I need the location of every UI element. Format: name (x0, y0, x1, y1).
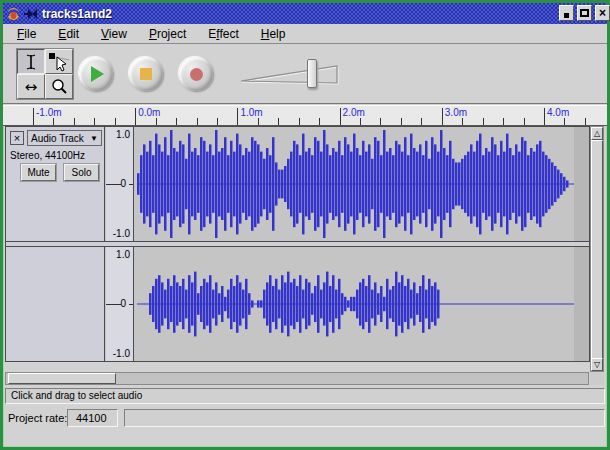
waveform-channel-1[interactable] (135, 127, 590, 241)
vertical-scrollbar[interactable]: △ ▽ (590, 126, 604, 372)
down-arrow-icon: ▽ (594, 360, 600, 369)
stop-button[interactable] (129, 57, 163, 91)
ruler-label: 1.0m (240, 107, 262, 118)
track-format-label: Stereo, 44100Hz (10, 150, 85, 161)
track-area: × Audio Track ▼ Stereo, 44100Hz Mute Sol… (5, 126, 590, 362)
ruler-minor-tick (217, 118, 218, 125)
ruler-minor-tick (197, 118, 198, 125)
scroll-up-button[interactable]: △ (591, 127, 603, 140)
scale-mid-label: 0 (120, 298, 126, 309)
track-close-button[interactable]: × (10, 131, 24, 145)
project-rate-label: Project rate: (8, 412, 67, 424)
minimize-icon (564, 13, 569, 18)
ruler-minor-tick (299, 118, 300, 125)
chevron-down-icon: ▼ (90, 134, 101, 143)
i-beam-icon (23, 53, 39, 71)
stop-icon (140, 68, 152, 80)
ruler-minor-tick (483, 118, 484, 125)
scale-bottom-label: -1.0 (113, 228, 130, 239)
after-clip-region (574, 247, 590, 361)
ruler-major-tick (544, 108, 545, 125)
play-icon (91, 66, 104, 82)
up-arrow-icon: △ (594, 129, 600, 138)
volume-slider-thumb[interactable] (307, 59, 317, 88)
play-button[interactable] (79, 57, 113, 91)
zero-dash (129, 304, 133, 305)
zero-line-tick (106, 184, 121, 185)
ruler-major-tick (33, 108, 34, 125)
audacity-window: tracks1and2 × FileEditViewProjectEffectH… (0, 0, 610, 450)
close-button[interactable]: × (595, 5, 610, 21)
menu-item-file[interactable]: File (9, 25, 44, 43)
status-bar: Click and drag to select audio (5, 388, 605, 404)
ruler-label: 2.0m (343, 107, 365, 118)
menu-bar: FileEditViewProjectEffectHelp (3, 24, 607, 44)
scale-bottom-label: -1.0 (113, 348, 130, 359)
mute-button[interactable]: Mute (21, 164, 56, 181)
menu-item-view[interactable]: View (93, 25, 135, 43)
scale-top-label: 1.0 (116, 249, 130, 260)
waveform-svg-ch2 (137, 247, 574, 361)
vertical-scale-ch1: 1.0 0 -1.0 (106, 127, 134, 241)
volume-slider-track[interactable] (240, 57, 340, 91)
ruler-minor-tick (380, 118, 381, 125)
track-menu-dropdown[interactable]: Audio Track ▼ (27, 130, 102, 146)
ruler-minor-tick (564, 118, 565, 125)
window-title: tracks1and2 (42, 7, 112, 21)
toolbar: ↔ (3, 45, 607, 104)
zoom-tool[interactable] (45, 74, 73, 99)
ruler-minor-tick (176, 118, 177, 125)
menu-item-project[interactable]: Project (141, 25, 194, 43)
ruler-minor-tick (360, 118, 361, 125)
time-shift-tool[interactable]: ↔ (17, 74, 45, 99)
ruler-minor-tick (319, 118, 320, 125)
waveform-channel-2[interactable] (135, 247, 590, 361)
ruler-minor-tick (258, 118, 259, 125)
maximize-icon (580, 9, 589, 17)
menu-item-help[interactable]: Help (253, 25, 294, 43)
title-bar[interactable]: tracks1and2 × (3, 3, 607, 24)
ruler-minor-tick (585, 118, 586, 125)
menu-item-edit[interactable]: Edit (50, 25, 87, 43)
ruler-major-tick (442, 108, 443, 125)
ruler-label: 4.0m (547, 107, 569, 118)
ruler-label: 3.0m (445, 107, 467, 118)
ruler-major-tick (237, 108, 238, 125)
double-arrow-icon: ↔ (25, 78, 38, 96)
menu-item-effect[interactable]: Effect (200, 25, 246, 43)
ruler-label: -1.0m (36, 107, 62, 118)
scale-top-label: 1.0 (116, 129, 130, 140)
horizontal-scrollbar[interactable] (5, 372, 589, 385)
minimize-button[interactable] (559, 5, 574, 21)
project-rate-value[interactable]: 44100 (67, 409, 118, 427)
scale-mid-label: 0 (120, 178, 126, 189)
zero-dash (129, 184, 133, 185)
zero-line-tick (106, 304, 121, 305)
waveform-svg-ch1 (137, 127, 574, 241)
vertical-scale-ch2: 1.0 0 -1.0 (106, 247, 134, 361)
ruler-minor-tick (462, 118, 463, 125)
ruler-minor-tick (53, 118, 54, 125)
solo-button[interactable]: Solo (64, 164, 99, 181)
timeline-ruler[interactable]: -1.0m0.0m1.0m2.0m3.0m4.0m (3, 105, 607, 126)
ruler-major-tick (135, 108, 136, 125)
selection-tool[interactable] (17, 49, 45, 74)
scroll-down-button[interactable]: ▽ (591, 358, 603, 371)
envelope-tool[interactable] (45, 49, 73, 74)
ruler-minor-tick (74, 118, 75, 125)
record-button[interactable] (179, 57, 213, 91)
vertical-scrollbar-thumb[interactable] (591, 140, 603, 360)
magnifier-icon (50, 78, 68, 96)
audacity-logo-icon (6, 6, 21, 21)
maximize-button[interactable] (577, 5, 592, 21)
ruler-major-tick (340, 108, 341, 125)
ruler-minor-tick (115, 118, 116, 125)
pin-icon (24, 8, 38, 20)
ruler-minor-tick (278, 118, 279, 125)
scrollbar-corner (590, 372, 604, 385)
track-title: Audio Track (28, 133, 90, 144)
ruler-minor-tick (503, 118, 504, 125)
horizontal-scrollbar-thumb[interactable] (8, 373, 116, 384)
close-icon: × (599, 8, 606, 18)
ruler-label: 0.0m (138, 107, 160, 118)
